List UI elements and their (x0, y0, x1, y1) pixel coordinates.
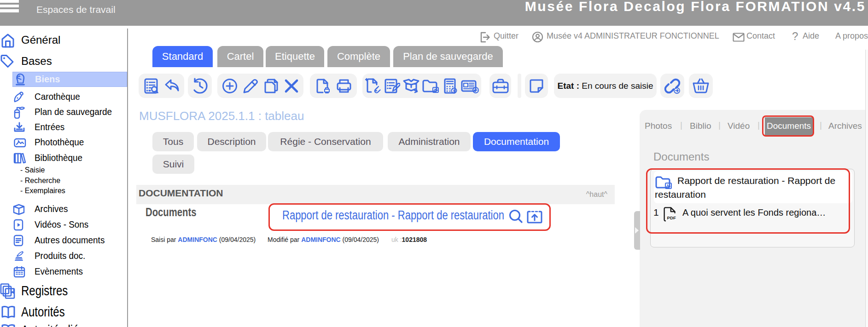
svg-text:$: $ (453, 89, 455, 93)
